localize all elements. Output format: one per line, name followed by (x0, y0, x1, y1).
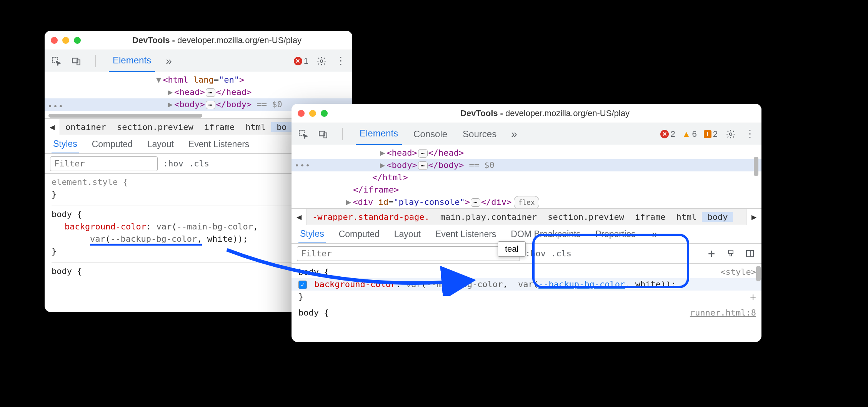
scrollbar-thumb[interactable] (48, 114, 202, 118)
subtab-styles[interactable]: Styles (52, 135, 79, 154)
styles-subtabs: Styles Computed Layout Event Listeners D… (292, 225, 761, 244)
settings-icon[interactable] (315, 55, 328, 67)
annotation-highlight (532, 234, 689, 288)
close-button[interactable] (51, 37, 58, 44)
close-button[interactable] (298, 110, 305, 117)
main-toolbar: Elements » ✕1 ⋮ (45, 50, 352, 72)
expand-button[interactable]: ⋯ (206, 101, 215, 109)
tab-console[interactable]: Console (410, 123, 451, 145)
info-count-badge[interactable]: !2 (704, 129, 718, 139)
more-tabs-chevron[interactable]: » (163, 55, 175, 67)
expand-button[interactable]: ⋯ (418, 161, 428, 170)
window-title: DevTools - developer.mozilla.org/en-US/p… (335, 108, 755, 118)
expand-button[interactable]: ⋯ (418, 149, 428, 158)
expand-button[interactable]: ⋯ (206, 88, 215, 97)
filter-input[interactable] (297, 246, 520, 261)
scrollbar-thumb[interactable] (754, 157, 758, 176)
inspect-icon[interactable] (297, 128, 309, 140)
devtools-window-2: DevTools - developer.mozilla.org/en-US/p… (292, 104, 761, 342)
svg-rect-10 (746, 251, 753, 257)
error-count-badge[interactable]: ✕2 (660, 129, 675, 139)
breadcrumb-item[interactable]: iframe (630, 212, 671, 222)
more-tabs-chevron[interactable]: » (508, 128, 520, 140)
subtab-styles[interactable]: Styles (298, 225, 326, 244)
subtab-computed[interactable]: Computed (337, 225, 381, 244)
add-property-button[interactable]: + (750, 291, 756, 303)
filter-input[interactable] (50, 156, 158, 171)
breadcrumb-item[interactable]: main.play.container (435, 212, 543, 222)
hov-button[interactable]: :hov (163, 159, 183, 168)
titlebar: DevTools - developer.mozilla.org/en-US/p… (292, 104, 761, 123)
minimize-button[interactable] (309, 110, 316, 117)
subtab-layout[interactable]: Layout (146, 135, 175, 154)
styles-panel: body {<style> ✓ background-color: var(--… (292, 264, 761, 321)
breadcrumb-item-active[interactable]: bo (271, 122, 292, 132)
error-count-badge[interactable]: ✕1 (294, 56, 308, 66)
source-link[interactable]: runner.html:8 (690, 307, 756, 319)
svg-rect-9 (728, 250, 733, 254)
tab-elements[interactable]: Elements (356, 123, 402, 145)
breadcrumb-left-button[interactable]: ◀ (45, 118, 60, 135)
tab-sources[interactable]: Sources (459, 123, 500, 145)
breadcrumb-right-button[interactable]: ▶ (746, 208, 761, 225)
device-toggle-icon[interactable] (317, 128, 329, 140)
breadcrumb-item[interactable]: section.preview (542, 212, 630, 222)
warning-count-badge[interactable]: ▲6 (682, 129, 697, 139)
dom-tree[interactable]: ▶<head>⋯</head> •••▶<body>⋯</body> == $0… (292, 145, 761, 208)
window-controls (51, 37, 81, 44)
kebab-menu-icon[interactable]: ⋮ (335, 55, 347, 67)
kebab-menu-icon[interactable]: ⋮ (744, 128, 756, 140)
settings-icon[interactable] (725, 128, 737, 140)
flex-badge[interactable]: flex (514, 196, 539, 208)
subtab-layout[interactable]: Layout (393, 225, 422, 244)
inspect-icon[interactable] (50, 55, 62, 67)
toggle-sidebar-icon[interactable] (744, 248, 756, 260)
device-toggle-icon[interactable] (70, 55, 82, 67)
main-toolbar: Elements Console Sources » ✕2 ▲6 !2 ⋮ (292, 123, 761, 145)
filter-bar: :hov .cls + (292, 244, 761, 264)
breadcrumb-item[interactable]: html (240, 122, 271, 132)
breadcrumb-item-active[interactable]: body (702, 212, 733, 222)
window-title: DevTools - developer.mozilla.org/en-US/p… (88, 35, 346, 45)
tooltip: teal (498, 241, 526, 257)
breadcrumb-item[interactable]: -wrapper.standard-page. (307, 212, 435, 222)
breadcrumb: ◀ -wrapper.standard-page. main.play.cont… (292, 208, 761, 225)
subtab-event-listeners[interactable]: Event Listeners (434, 225, 498, 244)
subtab-event-listeners[interactable]: Event Listeners (187, 135, 251, 154)
minimize-button[interactable] (62, 37, 69, 44)
breadcrumb-item[interactable]: iframe (199, 122, 240, 132)
scrollbar-thumb[interactable] (756, 266, 761, 281)
brush-icon[interactable] (725, 248, 737, 260)
property-checkbox[interactable]: ✓ (298, 281, 307, 289)
window-controls (298, 110, 328, 117)
new-style-rule-icon[interactable]: + (705, 248, 718, 260)
subtab-computed[interactable]: Computed (90, 135, 134, 154)
breadcrumb-item[interactable]: html (671, 212, 702, 222)
expand-button[interactable]: ⋯ (471, 198, 480, 207)
svg-point-3 (320, 60, 323, 62)
tab-elements[interactable]: Elements (109, 50, 155, 72)
maximize-button[interactable] (321, 110, 328, 117)
svg-point-8 (730, 133, 732, 135)
cls-button[interactable]: .cls (189, 159, 209, 168)
breadcrumb-item[interactable]: ontainer (60, 122, 112, 132)
breadcrumb-item[interactable]: section.preview (112, 122, 199, 132)
breadcrumb-left-button[interactable]: ◀ (292, 208, 307, 225)
maximize-button[interactable] (74, 37, 81, 44)
titlebar: DevTools - developer.mozilla.org/en-US/p… (45, 31, 352, 50)
source-link[interactable]: <style> (720, 266, 756, 278)
